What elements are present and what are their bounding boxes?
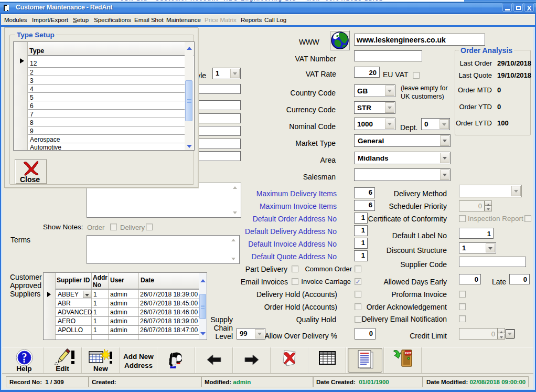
svg-text:EXIT: EXIT bbox=[405, 352, 412, 355]
svg-text:?: ? bbox=[22, 351, 27, 363]
